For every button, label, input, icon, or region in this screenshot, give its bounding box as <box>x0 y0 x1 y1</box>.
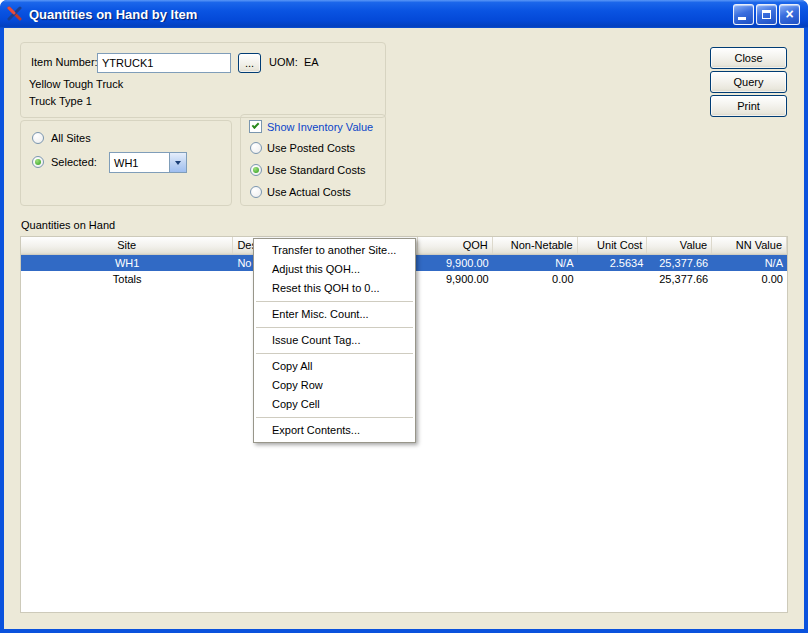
column-header-qoh[interactable]: QOH <box>418 237 493 254</box>
menu-item-issue-count-tag[interactable]: Issue Count Tag... <box>254 331 415 350</box>
column-header-non-netable[interactable]: Non-Netable <box>493 237 578 254</box>
use-standard-costs-radio[interactable] <box>250 164 262 176</box>
menu-separator <box>256 353 413 354</box>
menu-separator <box>256 327 413 328</box>
cell-unit-cost[interactable] <box>578 271 648 287</box>
menu-item-export-contents[interactable]: Export Contents... <box>254 421 415 440</box>
item-description-line1: Yellow Tough Truck <box>29 78 123 91</box>
cell-qoh[interactable]: 9,900.00 <box>418 255 493 271</box>
column-header-nn-value[interactable]: NN Value <box>712 237 787 254</box>
uom-value: EA <box>304 56 319 69</box>
cell-non-netable[interactable]: N/A <box>493 255 578 271</box>
cell-nn-value[interactable]: 0.00 <box>712 271 787 287</box>
cell-value[interactable]: 25,377.66 <box>647 255 712 271</box>
menu-item-enter-misc-count[interactable]: Enter Misc. Count... <box>254 305 415 324</box>
cell-site[interactable]: WH1 <box>21 255 233 271</box>
cell-unit-cost[interactable]: 2.5634 <box>578 255 648 271</box>
item-description-line2: Truck Type 1 <box>29 95 92 108</box>
column-header-value[interactable]: Value <box>647 237 712 254</box>
use-posted-costs-radio[interactable] <box>250 142 262 154</box>
menu-item-reset-this-qoh[interactable]: Reset this QOH to 0... <box>254 279 415 298</box>
uom-label: UOM: <box>269 56 298 69</box>
all-sites-radio[interactable] <box>32 132 44 144</box>
site-combobox-value: WH1 <box>110 157 169 169</box>
cell-qoh[interactable]: 9,900.00 <box>418 271 493 287</box>
column-header-site[interactable]: Site <box>21 237 233 254</box>
cell-value[interactable]: 25,377.66 <box>647 271 712 287</box>
menu-item-copy-all[interactable]: Copy All <box>254 357 415 376</box>
close-button[interactable]: Close <box>710 47 787 69</box>
all-sites-label[interactable]: All Sites <box>51 132 91 145</box>
use-posted-costs-label[interactable]: Use Posted Costs <box>267 142 355 155</box>
use-actual-costs-radio[interactable] <box>250 186 262 198</box>
cell-nn-value[interactable]: N/A <box>712 255 787 271</box>
show-inventory-value-label[interactable]: Show Inventory Value <box>267 121 373 134</box>
costs-groupbox: Show Inventory Value Use Posted Costs Us… <box>240 114 386 206</box>
item-groupbox: Item Number: ... UOM: EA Yellow Tough Tr… <box>20 42 386 118</box>
menu-item-copy-cell[interactable]: Copy Cell <box>254 395 415 414</box>
item-lookup-button[interactable]: ... <box>238 53 261 73</box>
app-window: Quantities on Hand by Item × Item Number… <box>0 0 808 633</box>
item-number-input[interactable] <box>97 53 231 73</box>
context-menu: Transfer to another Site... Adjust this … <box>253 238 416 443</box>
table-caption: Quantities on Hand <box>21 219 115 232</box>
cell-non-netable[interactable]: 0.00 <box>493 271 578 287</box>
chevron-down-icon[interactable] <box>169 153 186 172</box>
use-actual-costs-label[interactable]: Use Actual Costs <box>267 186 351 199</box>
site-combobox[interactable]: WH1 <box>109 152 187 173</box>
checkmark-icon <box>252 121 260 129</box>
show-inventory-value-checkbox[interactable] <box>249 120 262 133</box>
menu-item-adjust-this-qoh[interactable]: Adjust this QOH... <box>254 260 415 279</box>
column-header-unit-cost[interactable]: Unit Cost <box>578 237 648 254</box>
query-button[interactable]: Query <box>710 71 787 93</box>
use-standard-costs-label[interactable]: Use Standard Costs <box>267 164 365 177</box>
sites-groupbox: All Sites Selected: WH1 <box>20 120 232 206</box>
selected-site-radio[interactable] <box>32 156 44 168</box>
menu-item-transfer-to-another-site[interactable]: Transfer to another Site... <box>254 241 415 260</box>
item-number-label: Item Number: <box>31 56 98 69</box>
menu-separator <box>256 417 413 418</box>
print-button[interactable]: Print <box>710 95 787 117</box>
cell-site[interactable]: Totals <box>21 271 233 287</box>
selected-site-label[interactable]: Selected: <box>51 156 97 169</box>
menu-separator <box>256 301 413 302</box>
menu-item-copy-row[interactable]: Copy Row <box>254 376 415 395</box>
